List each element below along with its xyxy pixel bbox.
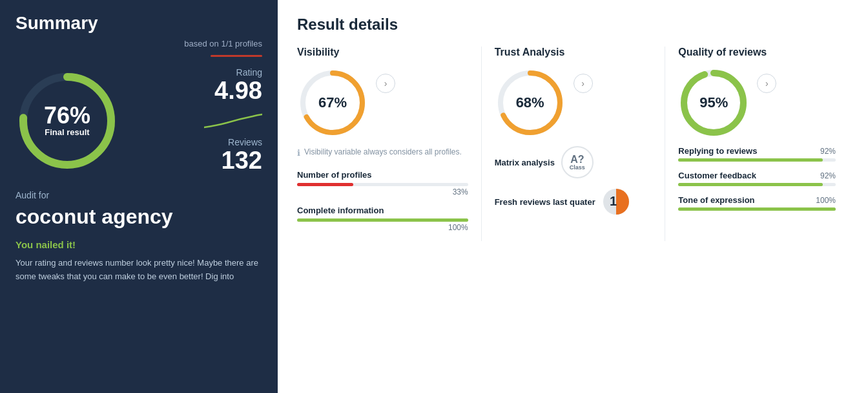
num-profiles-bar xyxy=(297,183,468,186)
reviews-block: Reviews 132 xyxy=(132,137,262,175)
complete-info-label: Complete information xyxy=(297,206,468,215)
reviews-value: 132 xyxy=(132,147,262,175)
complete-info-row: Complete information 100% xyxy=(297,206,468,232)
replying-value: 92% xyxy=(820,147,836,156)
complete-info-fill xyxy=(297,218,468,222)
replying-label: Replying to reviews xyxy=(678,146,757,156)
num-profiles-fill xyxy=(297,183,353,186)
visibility-percent: 67% xyxy=(318,94,347,111)
reviews-label: Reviews xyxy=(132,137,262,147)
visibility-chevron-button[interactable]: › xyxy=(376,74,395,93)
quality-chevron-button[interactable]: › xyxy=(757,74,776,93)
rating-value: 4.98 xyxy=(132,78,262,105)
fresh-label: Fresh reviews last quater xyxy=(495,197,595,207)
tone-value: 100% xyxy=(816,196,836,205)
customer-label: Customer feedback xyxy=(678,171,756,180)
circle-text: 76% Final result xyxy=(44,103,90,138)
matrix-label: Matrix analysis xyxy=(495,158,555,167)
tone-label: Tone of expression xyxy=(678,195,754,205)
right-panel: Result details Visibility 67% › ℹ Visibi… xyxy=(278,0,868,393)
top-metrics: Visibility 67% › ℹ Visibility variable a… xyxy=(297,47,849,241)
trust-circle-row: 68% › xyxy=(495,67,652,138)
complete-info-value: 100% xyxy=(297,223,468,232)
replying-header: Replying to reviews 92% xyxy=(678,146,836,156)
trust-section: Trust Analysis 68% › Matrix analysis A? … xyxy=(481,47,665,241)
audit-for-label: Audit for xyxy=(16,190,262,200)
customer-fill xyxy=(678,183,823,186)
tone-row: Tone of expression 100% xyxy=(678,195,836,211)
customer-bar xyxy=(678,183,836,186)
num-profiles-row: Number of profiles 33% xyxy=(297,170,468,197)
trust-chevron-button[interactable]: › xyxy=(574,74,593,93)
tone-header: Tone of expression 100% xyxy=(678,195,836,205)
quality-percent: 95% xyxy=(699,94,728,111)
based-on-text: based on 1/1 profiles xyxy=(16,39,262,48)
matrix-analysis-row: Matrix analysis A? Class xyxy=(495,146,652,178)
num-profiles-value: 33% xyxy=(297,187,468,197)
customer-value: 92% xyxy=(820,171,836,180)
num-profiles-label: Number of profiles xyxy=(297,170,468,180)
info-icon: ℹ xyxy=(297,147,300,160)
tone-fill xyxy=(678,207,836,211)
quality-circle-row: 95% › xyxy=(678,67,836,138)
visibility-circle: 67% xyxy=(297,67,368,138)
visibility-section: Visibility 67% › ℹ Visibility variable a… xyxy=(297,47,481,241)
visibility-note: ℹ Visibility variable always considers a… xyxy=(297,146,468,160)
a-class-text: A? xyxy=(570,154,584,165)
visibility-note-text: Visibility variable always considers all… xyxy=(304,146,462,158)
a-class-badge: A? Class xyxy=(561,146,594,178)
rating-block: Rating 4.98 xyxy=(132,67,262,105)
replying-row: Replying to reviews 92% xyxy=(678,146,836,162)
customer-header: Customer feedback 92% xyxy=(678,171,836,180)
trust-circle: 68% xyxy=(495,67,566,138)
tone-bar xyxy=(678,207,836,211)
red-divider xyxy=(211,55,262,57)
svg-text:1: 1 xyxy=(610,194,617,208)
final-result-circle: 76% Final result xyxy=(16,69,119,173)
class-text: Class xyxy=(570,165,585,171)
final-percent: 76% xyxy=(44,103,90,127)
summary-title: Summary xyxy=(16,13,262,34)
you-nailed-label: You nailed it! xyxy=(16,239,262,250)
left-panel: Summary based on 1/1 profiles 76% Final … xyxy=(0,0,278,393)
agency-name: coconut agency xyxy=(16,204,262,229)
main-stats: 76% Final result Rating 4.98 Reviews 132 xyxy=(16,67,262,175)
trust-percent: 68% xyxy=(516,94,544,111)
complete-info-bar xyxy=(297,218,468,222)
quality-section: Quality of reviews 95% › Replying to rev… xyxy=(665,47,849,241)
replying-fill xyxy=(678,158,823,162)
right-stats: Rating 4.98 Reviews 132 xyxy=(132,67,262,175)
visibility-title: Visibility xyxy=(297,47,468,58)
quality-title: Quality of reviews xyxy=(678,47,836,58)
trend-line-icon xyxy=(204,111,262,131)
result-details-title: Result details xyxy=(297,16,849,34)
fresh-reviews-badge: 1 xyxy=(602,187,630,216)
fresh-reviews-row: Fresh reviews last quater 1 xyxy=(495,187,652,216)
trust-title: Trust Analysis xyxy=(495,47,652,58)
visibility-circle-row: 67% › xyxy=(297,67,468,138)
final-label: Final result xyxy=(44,127,90,138)
customer-row: Customer feedback 92% xyxy=(678,171,836,186)
rating-label: Rating xyxy=(132,67,262,78)
description-text: Your rating and reviews number look pret… xyxy=(16,257,262,284)
quality-circle: 95% xyxy=(678,67,749,138)
replying-bar xyxy=(678,158,836,162)
